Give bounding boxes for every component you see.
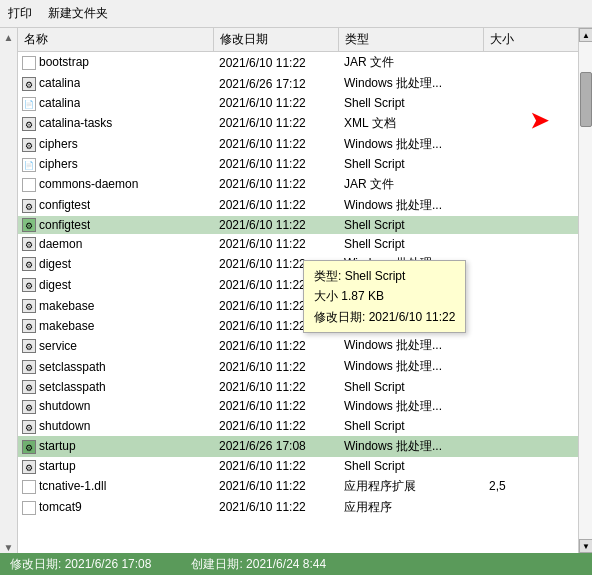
table-row[interactable]: ⚙ catalina 2021/6/26 17:12 Windows 批处理..…	[18, 73, 578, 94]
col-name[interactable]: 名称	[18, 28, 213, 52]
table-row[interactable]: ⚙ configtest 2021/6/10 11:22 Windows 批处理…	[18, 195, 578, 216]
file-name-cell[interactable]: ⚙ startup	[18, 457, 213, 476]
table-row[interactable]: ⚙ daemon 2021/6/10 11:22 Shell Script	[18, 234, 578, 253]
status-modified: 修改日期: 2021/6/26 17:08	[10, 556, 151, 573]
file-name-cell[interactable]: tomcat9	[18, 497, 213, 518]
file-date: 2021/6/10 11:22	[213, 356, 338, 377]
file-name-cell[interactable]: ⚙ startup	[18, 436, 213, 457]
table-row[interactable]: ⚙ setclasspath 2021/6/10 11:22 Shell Scr…	[18, 377, 578, 396]
table-row[interactable]: ⚙ ciphers 2021/6/10 11:22 Windows 批处理...	[18, 134, 578, 155]
scroll-up-btn[interactable]: ▲	[579, 28, 592, 42]
file-list-container[interactable]: 名称 修改日期 类型 大小 bootstrap 2021/6/10 11:22 …	[18, 28, 578, 553]
table-row[interactable]: ⚙ catalina-tasks 2021/6/10 11:22 XML 文档	[18, 113, 578, 134]
file-icon: ⚙	[22, 379, 39, 394]
table-row[interactable]: ⚙ setclasspath 2021/6/10 11:22 Windows 批…	[18, 356, 578, 377]
table-row[interactable]: ⚙ makebase 2021/6/10 11:22 Shell Script	[18, 316, 578, 335]
table-row[interactable]: ⚙ configtest 2021/6/10 11:22 Shell Scrip…	[18, 216, 578, 235]
scroll-down-btn[interactable]: ▼	[579, 539, 592, 553]
file-icon: ⚙	[22, 359, 39, 374]
file-name-cell[interactable]: ⚙ catalina	[18, 73, 213, 94]
file-type: 应用程序扩展	[338, 476, 483, 497]
status-created: 创建日期: 2021/6/24 8:44	[191, 556, 326, 573]
file-name-cell[interactable]: ⚙ setclasspath	[18, 377, 213, 396]
scroll-track[interactable]	[579, 42, 592, 539]
file-type: Shell Script	[338, 155, 483, 174]
file-name-cell[interactable]: ⚙ catalina-tasks	[18, 113, 213, 134]
file-date: 2021/6/10 11:22	[213, 174, 338, 195]
file-size	[483, 234, 578, 253]
file-name-cell[interactable]: tcnative-1.dll	[18, 476, 213, 497]
file-name-cell[interactable]: ⚙ digest	[18, 253, 213, 274]
scroll-thumb[interactable]	[580, 72, 592, 127]
table-row[interactable]: ⚙ service 2021/6/10 11:22 Windows 批处理...	[18, 335, 578, 356]
file-name-cell[interactable]: ⚙ setclasspath	[18, 356, 213, 377]
table-row[interactable]: ⚙ shutdown 2021/6/10 11:22 Shell Script	[18, 417, 578, 436]
file-name: setclasspath	[39, 380, 106, 394]
file-name: startup	[39, 439, 76, 453]
col-size[interactable]: 大小	[483, 28, 578, 52]
table-row[interactable]: ⚙ startup 2021/6/10 11:22 Shell Script	[18, 457, 578, 476]
file-name-cell[interactable]: ⚙ service	[18, 335, 213, 356]
file-size	[483, 436, 578, 457]
file-size: 2,5	[483, 476, 578, 497]
file-name-cell[interactable]: ⚙ shutdown	[18, 396, 213, 417]
file-name-cell[interactable]: ⚙ ciphers	[18, 134, 213, 155]
file-name: setclasspath	[39, 360, 106, 374]
file-name-cell[interactable]: ⚙ makebase	[18, 295, 213, 316]
table-row[interactable]: commons-daemon 2021/6/10 11:22 JAR 文件	[18, 174, 578, 195]
file-size	[483, 195, 578, 216]
file-name-cell[interactable]: 📄 catalina	[18, 94, 213, 113]
scrollbar[interactable]: ▲ ▼	[578, 28, 592, 553]
col-type[interactable]: 类型	[338, 28, 483, 52]
file-size	[483, 335, 578, 356]
new-folder-button[interactable]: 新建文件夹	[48, 5, 108, 22]
file-name-cell[interactable]: bootstrap	[18, 52, 213, 74]
file-name-cell[interactable]: ⚙ daemon	[18, 234, 213, 253]
file-size	[483, 295, 578, 316]
file-name: daemon	[39, 237, 82, 251]
file-icon: ⚙	[22, 76, 39, 91]
table-row[interactable]: 📄 ciphers 2021/6/10 11:22 Shell Script	[18, 155, 578, 174]
file-type: Shell Script	[338, 417, 483, 436]
file-name: makebase	[39, 299, 94, 313]
file-name: commons-daemon	[39, 177, 138, 191]
file-name: digest	[39, 278, 71, 292]
table-row[interactable]: tomcat9 2021/6/10 11:22 应用程序	[18, 497, 578, 518]
table-row[interactable]: ⚙ digest 2021/6/10 11:22 Windows 批处理...	[18, 253, 578, 274]
toolbar: 打印 新建文件夹	[0, 0, 592, 28]
file-name: ciphers	[39, 157, 78, 171]
table-row[interactable]: bootstrap 2021/6/10 11:22 JAR 文件	[18, 52, 578, 74]
file-type: Windows 批处理...	[338, 134, 483, 155]
table-row[interactable]: ⚙ shutdown 2021/6/10 11:22 Windows 批处理..…	[18, 396, 578, 417]
col-date[interactable]: 修改日期	[213, 28, 338, 52]
file-icon: ⚙	[22, 298, 39, 313]
table-row[interactable]: ⚙ digest 2021/6/10 11:22 Windows 批处理...	[18, 274, 578, 295]
file-name-cell[interactable]: 📄 ciphers	[18, 155, 213, 174]
file-icon: ⚙	[22, 419, 39, 434]
sidebar-arrow-up[interactable]: ▲	[4, 32, 14, 43]
file-icon: ⚙	[22, 439, 39, 454]
file-name-cell[interactable]: ⚙ digest	[18, 274, 213, 295]
file-size	[483, 316, 578, 335]
table-row[interactable]: ⚙ startup 2021/6/26 17:08 Windows 批处理...	[18, 436, 578, 457]
file-name: shutdown	[39, 419, 90, 433]
file-type: Shell Script	[338, 94, 483, 113]
print-button[interactable]: 打印	[8, 5, 32, 22]
file-name-cell[interactable]: ⚙ configtest	[18, 216, 213, 235]
file-type: Windows 批处理...	[338, 356, 483, 377]
file-icon: ⚙	[22, 318, 39, 333]
file-icon: ⚙	[22, 459, 39, 474]
table-row[interactable]: tcnative-1.dll 2021/6/10 11:22 应用程序扩展 2,…	[18, 476, 578, 497]
file-size	[483, 356, 578, 377]
file-name-cell[interactable]: commons-daemon	[18, 174, 213, 195]
file-name-cell[interactable]: ⚙ makebase	[18, 316, 213, 335]
file-date: 2021/6/10 11:22	[213, 94, 338, 113]
sidebar-arrow-down[interactable]: ▼	[4, 542, 14, 553]
table-row[interactable]: ⚙ makebase 2021/6/10 11:22 Windows 批处理..…	[18, 295, 578, 316]
file-name-cell[interactable]: ⚙ configtest	[18, 195, 213, 216]
table-row[interactable]: 📄 catalina 2021/6/10 11:22 Shell Script	[18, 94, 578, 113]
file-name-cell[interactable]: ⚙ shutdown	[18, 417, 213, 436]
file-name: configtest	[39, 218, 90, 232]
file-size	[483, 52, 578, 74]
file-name: bootstrap	[39, 55, 89, 69]
